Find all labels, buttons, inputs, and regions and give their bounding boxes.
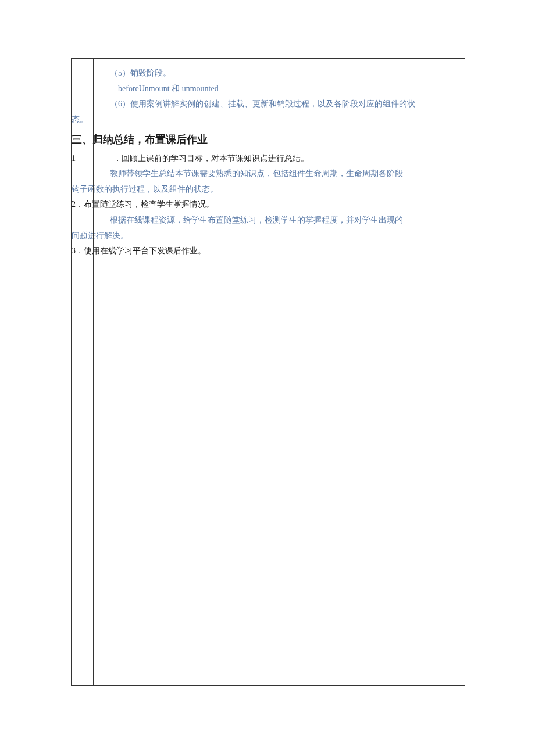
list-item-2-body-line2: 问题进行解决。 [72, 228, 460, 244]
list-item-1-heading: 1．回顾上课前的学习目标，对本节课知识点进行总结。 [72, 151, 460, 167]
document-page-frame: （5）销毁阶段。 beforeUnmount 和 unmounted （6）使用… [71, 58, 465, 686]
list-item-1-body-line2: 钩子函数的执行过程，以及组件的状态。 [72, 182, 460, 198]
document-content: （5）销毁阶段。 beforeUnmount 和 unmounted （6）使用… [72, 59, 465, 264]
list-item-3-heading: 3．使用在线学习平台下发课后作业。 [72, 243, 460, 259]
list-item-2-heading: 2．布置随堂练习，检查学生掌握情况。 [72, 197, 460, 213]
text-line-6-case-study: （6）使用案例讲解实例的创建、挂载、更新和销毁过程，以及各阶段对应的组件的状 [94, 96, 460, 112]
text-line-beforeunmount: beforeUnmount 和 unmounted [94, 81, 460, 97]
list-number-1: 1 [72, 151, 113, 167]
text-line-5-destroy-stage: （5）销毁阶段。 [94, 66, 460, 81]
list-item-1-text: ．回顾上课前的学习目标，对本节课知识点进行总结。 [113, 154, 309, 163]
text-line-6-continuation: 态。 [72, 112, 460, 128]
section-heading-summary: 三、归纳总结，布置课后作业 [72, 130, 460, 149]
list-item-1-body-line1: 教师带领学生总结本节课需要熟悉的知识点，包括组件生命周期，生命周期各阶段 [94, 166, 460, 182]
vertical-margin-line [93, 59, 94, 685]
list-item-2-body-line1: 根据在线课程资源，给学生布置随堂练习，检测学生的掌握程度，并对学生出现的 [94, 213, 460, 228]
